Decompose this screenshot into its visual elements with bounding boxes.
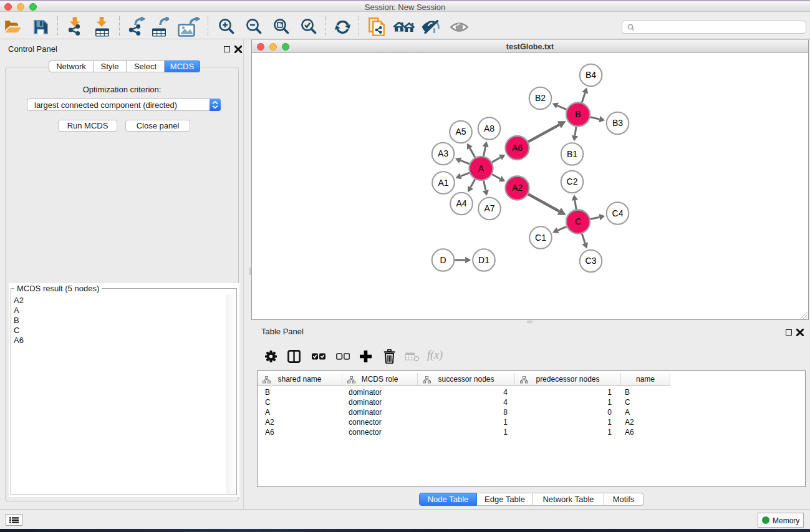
svg-text:B2: B2	[535, 93, 546, 103]
svg-text:B4: B4	[586, 70, 596, 80]
svg-text:A3: A3	[438, 148, 448, 158]
svg-text:C3: C3	[586, 256, 597, 266]
svg-text:A6: A6	[512, 143, 523, 153]
svg-text:C1: C1	[535, 233, 546, 243]
svg-text:A7: A7	[484, 203, 494, 213]
svg-text:A5: A5	[455, 127, 466, 137]
svg-text:C2: C2	[567, 177, 578, 186]
svg-text:A8: A8	[484, 123, 494, 133]
svg-text:B1: B1	[567, 149, 577, 159]
svg-text:D: D	[440, 255, 446, 265]
svg-text:D1: D1	[478, 255, 489, 265]
svg-text:B3: B3	[612, 118, 623, 128]
svg-text:A4: A4	[456, 198, 466, 208]
svg-text:C4: C4	[612, 208, 624, 218]
svg-text:A2: A2	[512, 183, 523, 193]
svg-text:A: A	[478, 163, 485, 173]
svg-text:A1: A1	[438, 178, 448, 188]
svg-text:C: C	[575, 216, 581, 226]
svg-text:B: B	[575, 109, 581, 119]
